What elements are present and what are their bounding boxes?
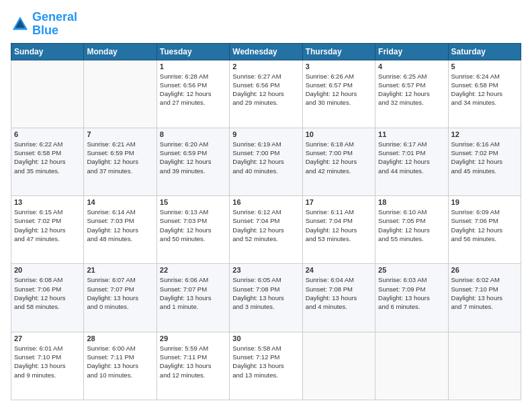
logo-text: General Blue xyxy=(32,11,77,38)
calendar-cell: 11Sunrise: 6:17 AM Sunset: 7:01 PM Dayli… xyxy=(375,128,448,195)
day-number: 9 xyxy=(232,130,299,138)
calendar-header-thursday: Thursday xyxy=(302,43,375,60)
day-number: 2 xyxy=(232,62,299,71)
day-info: Sunrise: 6:00 AM Sunset: 7:11 PM Dayligh… xyxy=(87,344,153,379)
day-number: 16 xyxy=(232,198,299,206)
day-number: 22 xyxy=(160,266,226,274)
calendar-week-2: 6Sunrise: 6:22 AM Sunset: 6:58 PM Daylig… xyxy=(11,128,521,195)
calendar-cell: 5Sunrise: 6:24 AM Sunset: 6:58 PM Daylig… xyxy=(448,60,521,128)
calendar-header-saturday: Saturday xyxy=(448,43,521,60)
day-number: 19 xyxy=(451,198,518,206)
calendar-cell: 2Sunrise: 6:27 AM Sunset: 6:56 PM Daylig… xyxy=(230,60,302,128)
day-number: 28 xyxy=(87,334,153,342)
day-info: Sunrise: 6:25 AM Sunset: 6:57 PM Dayligh… xyxy=(378,72,445,107)
day-number: 30 xyxy=(232,334,299,342)
day-number: 20 xyxy=(14,266,81,274)
day-number: 24 xyxy=(306,266,372,274)
day-number: 18 xyxy=(378,198,445,206)
day-number: 23 xyxy=(232,266,299,274)
calendar-cell: 7Sunrise: 6:21 AM Sunset: 6:59 PM Daylig… xyxy=(84,128,157,195)
day-info: Sunrise: 6:26 AM Sunset: 6:57 PM Dayligh… xyxy=(306,72,372,107)
calendar-cell: 28Sunrise: 6:00 AM Sunset: 7:11 PM Dayli… xyxy=(84,332,157,400)
day-info: Sunrise: 6:21 AM Sunset: 6:59 PM Dayligh… xyxy=(87,140,153,175)
page: General Blue SundayMondayTuesdayWednesda… xyxy=(0,0,532,411)
calendar-cell: 10Sunrise: 6:18 AM Sunset: 7:00 PM Dayli… xyxy=(302,128,375,195)
day-number: 21 xyxy=(87,266,153,274)
day-number: 14 xyxy=(87,198,153,206)
calendar-cell: 1Sunrise: 6:28 AM Sunset: 6:56 PM Daylig… xyxy=(157,60,229,128)
calendar-cell: 8Sunrise: 6:20 AM Sunset: 6:59 PM Daylig… xyxy=(157,128,229,195)
day-number: 6 xyxy=(14,130,81,138)
calendar-cell xyxy=(448,332,521,400)
day-number: 7 xyxy=(87,130,153,138)
day-info: Sunrise: 6:28 AM Sunset: 6:56 PM Dayligh… xyxy=(160,72,226,107)
day-info: Sunrise: 6:22 AM Sunset: 6:58 PM Dayligh… xyxy=(14,140,81,175)
calendar-week-1: 1Sunrise: 6:28 AM Sunset: 6:56 PM Daylig… xyxy=(11,60,521,128)
day-info: Sunrise: 6:07 AM Sunset: 7:07 PM Dayligh… xyxy=(87,275,153,311)
calendar-cell: 17Sunrise: 6:11 AM Sunset: 7:04 PM Dayli… xyxy=(302,196,375,264)
calendar-cell xyxy=(84,60,157,128)
calendar: SundayMondayTuesdayWednesdayThursdayFrid… xyxy=(11,43,521,400)
calendar-cell: 6Sunrise: 6:22 AM Sunset: 6:58 PM Daylig… xyxy=(11,128,84,195)
day-info: Sunrise: 6:27 AM Sunset: 6:56 PM Dayligh… xyxy=(232,72,299,107)
day-info: Sunrise: 6:10 AM Sunset: 7:05 PM Dayligh… xyxy=(378,208,445,243)
calendar-header-monday: Monday xyxy=(84,43,157,60)
day-info: Sunrise: 6:18 AM Sunset: 7:00 PM Dayligh… xyxy=(306,140,372,175)
calendar-cell: 14Sunrise: 6:14 AM Sunset: 7:03 PM Dayli… xyxy=(84,196,157,264)
day-info: Sunrise: 6:03 AM Sunset: 7:09 PM Dayligh… xyxy=(378,275,445,311)
calendar-week-5: 27Sunrise: 6:01 AM Sunset: 7:10 PM Dayli… xyxy=(11,332,521,400)
calendar-header-sunday: Sunday xyxy=(11,43,84,60)
logo-icon xyxy=(11,15,30,34)
calendar-cell: 13Sunrise: 6:15 AM Sunset: 7:02 PM Dayli… xyxy=(11,196,84,264)
day-info: Sunrise: 5:58 AM Sunset: 7:12 PM Dayligh… xyxy=(232,344,299,379)
calendar-cell xyxy=(375,332,448,400)
day-number: 13 xyxy=(14,198,81,206)
day-info: Sunrise: 6:05 AM Sunset: 7:08 PM Dayligh… xyxy=(232,275,299,311)
day-info: Sunrise: 6:15 AM Sunset: 7:02 PM Dayligh… xyxy=(14,208,81,243)
day-info: Sunrise: 6:09 AM Sunset: 7:06 PM Dayligh… xyxy=(451,208,518,243)
calendar-cell: 30Sunrise: 5:58 AM Sunset: 7:12 PM Dayli… xyxy=(230,332,302,400)
calendar-cell: 29Sunrise: 5:59 AM Sunset: 7:11 PM Dayli… xyxy=(157,332,229,400)
day-number: 17 xyxy=(306,198,372,206)
day-info: Sunrise: 6:13 AM Sunset: 7:03 PM Dayligh… xyxy=(160,208,226,243)
calendar-cell: 25Sunrise: 6:03 AM Sunset: 7:09 PM Dayli… xyxy=(375,264,448,332)
day-info: Sunrise: 6:20 AM Sunset: 6:59 PM Dayligh… xyxy=(160,140,226,175)
day-info: Sunrise: 6:02 AM Sunset: 7:10 PM Dayligh… xyxy=(451,275,518,311)
day-number: 5 xyxy=(451,62,518,71)
day-info: Sunrise: 6:11 AM Sunset: 7:04 PM Dayligh… xyxy=(306,208,372,243)
day-info: Sunrise: 6:04 AM Sunset: 7:08 PM Dayligh… xyxy=(306,275,372,311)
day-number: 15 xyxy=(160,198,226,206)
calendar-week-3: 13Sunrise: 6:15 AM Sunset: 7:02 PM Dayli… xyxy=(11,196,521,264)
day-info: Sunrise: 6:08 AM Sunset: 7:06 PM Dayligh… xyxy=(14,275,81,311)
day-number: 12 xyxy=(451,130,518,138)
day-info: Sunrise: 6:16 AM Sunset: 7:02 PM Dayligh… xyxy=(451,140,518,175)
day-info: Sunrise: 6:06 AM Sunset: 7:07 PM Dayligh… xyxy=(160,275,226,311)
day-number: 3 xyxy=(306,62,372,71)
day-number: 8 xyxy=(160,130,226,138)
day-number: 29 xyxy=(160,334,226,342)
day-info: Sunrise: 5:59 AM Sunset: 7:11 PM Dayligh… xyxy=(160,344,226,379)
calendar-cell: 24Sunrise: 6:04 AM Sunset: 7:08 PM Dayli… xyxy=(302,264,375,332)
calendar-cell: 20Sunrise: 6:08 AM Sunset: 7:06 PM Dayli… xyxy=(11,264,84,332)
calendar-cell: 19Sunrise: 6:09 AM Sunset: 7:06 PM Dayli… xyxy=(448,196,521,264)
day-number: 11 xyxy=(378,130,445,138)
calendar-cell xyxy=(11,60,84,128)
calendar-cell: 9Sunrise: 6:19 AM Sunset: 7:00 PM Daylig… xyxy=(230,128,302,195)
calendar-cell: 16Sunrise: 6:12 AM Sunset: 7:04 PM Dayli… xyxy=(230,196,302,264)
day-info: Sunrise: 6:12 AM Sunset: 7:04 PM Dayligh… xyxy=(232,208,299,243)
calendar-cell: 15Sunrise: 6:13 AM Sunset: 7:03 PM Dayli… xyxy=(157,196,229,264)
calendar-cell: 3Sunrise: 6:26 AM Sunset: 6:57 PM Daylig… xyxy=(302,60,375,128)
day-info: Sunrise: 6:01 AM Sunset: 7:10 PM Dayligh… xyxy=(14,344,81,379)
calendar-cell: 22Sunrise: 6:06 AM Sunset: 7:07 PM Dayli… xyxy=(157,264,229,332)
calendar-week-4: 20Sunrise: 6:08 AM Sunset: 7:06 PM Dayli… xyxy=(11,264,521,332)
day-number: 4 xyxy=(378,62,445,71)
calendar-header-friday: Friday xyxy=(375,43,448,60)
calendar-cell xyxy=(302,332,375,400)
calendar-cell: 4Sunrise: 6:25 AM Sunset: 6:57 PM Daylig… xyxy=(375,60,448,128)
calendar-cell: 27Sunrise: 6:01 AM Sunset: 7:10 PM Dayli… xyxy=(11,332,84,400)
calendar-cell: 21Sunrise: 6:07 AM Sunset: 7:07 PM Dayli… xyxy=(84,264,157,332)
day-number: 1 xyxy=(160,62,226,71)
day-info: Sunrise: 6:24 AM Sunset: 6:58 PM Dayligh… xyxy=(451,72,518,107)
calendar-cell: 12Sunrise: 6:16 AM Sunset: 7:02 PM Dayli… xyxy=(448,128,521,195)
header: General Blue xyxy=(11,11,521,38)
